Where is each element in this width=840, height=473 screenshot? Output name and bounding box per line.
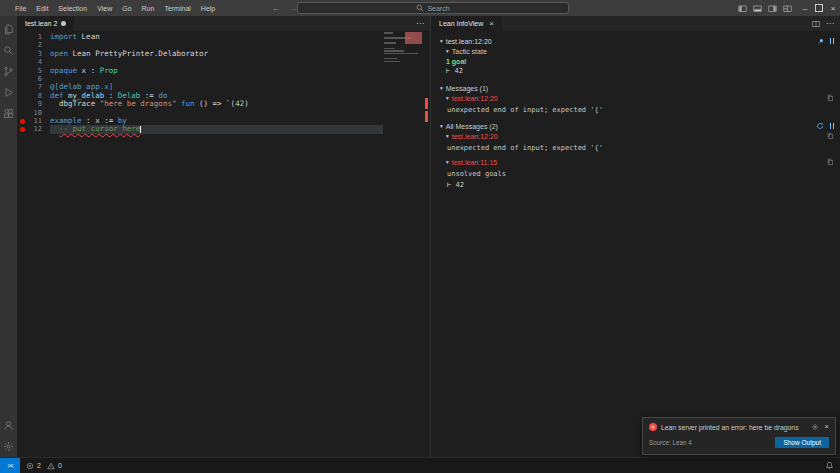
problems-status[interactable]: 2 0 bbox=[20, 462, 71, 470]
menu-help[interactable]: Help bbox=[196, 0, 220, 16]
toggle-panel-icon[interactable] bbox=[753, 4, 762, 13]
message-location-header[interactable]: ▾ test.lean:11:15 bbox=[431, 157, 840, 167]
minimap-line bbox=[384, 32, 393, 34]
code-line-3[interactable]: 3open Lean PrettyPrinter.Delaborator bbox=[17, 50, 430, 58]
code-text[interactable]: open Lean PrettyPrinter.Delaborator bbox=[50, 50, 383, 58]
explorer-icon[interactable] bbox=[0, 19, 17, 40]
notification-source: Source: Lean 4 bbox=[649, 439, 692, 446]
error-icon: × bbox=[649, 423, 657, 431]
chevron-down-icon[interactable]: ▾ bbox=[440, 85, 443, 91]
source-control-icon[interactable] bbox=[0, 61, 17, 82]
all-messages-header[interactable]: ▾ All Messages (2) bbox=[431, 121, 840, 131]
modified-dot-icon[interactable] bbox=[61, 21, 66, 26]
menu-view[interactable]: View bbox=[92, 0, 117, 16]
show-output-button[interactable]: Show Output bbox=[775, 437, 829, 448]
extensions-icon[interactable] bbox=[0, 103, 17, 124]
line-number: 12 bbox=[27, 125, 42, 133]
maximize-button[interactable] bbox=[812, 0, 826, 16]
message-location[interactable]: test.lean:12:20 bbox=[452, 133, 498, 140]
line-number: 8 bbox=[27, 92, 42, 100]
refresh-icon[interactable] bbox=[816, 122, 824, 130]
toggle-sidebar-icon[interactable] bbox=[738, 4, 747, 13]
code-text[interactable]: opaque x : Prop bbox=[50, 67, 383, 75]
split-editor-icon[interactable] bbox=[812, 20, 820, 28]
settings-gear-icon[interactable] bbox=[0, 436, 17, 457]
toggle-secondary-sidebar-icon[interactable] bbox=[768, 4, 777, 13]
gutter-error-icon[interactable] bbox=[17, 127, 27, 132]
code-line-9[interactable]: 9 dbgTrace "here be dragons" fun () => `… bbox=[17, 100, 430, 108]
minimap[interactable] bbox=[384, 32, 422, 102]
notification-toast: × Lean server printed an error: here be … bbox=[642, 417, 836, 455]
more-actions-icon[interactable]: ⋯ bbox=[416, 19, 424, 28]
customize-layout-icon[interactable] bbox=[783, 4, 792, 13]
menu-terminal[interactable]: Terminal bbox=[159, 0, 195, 16]
close-tab-icon[interactable]: × bbox=[489, 20, 494, 28]
code-editor[interactable]: 1import Lean23open Lean PrettyPrinter.De… bbox=[17, 31, 430, 457]
remote-indicator[interactable]: >< bbox=[0, 458, 20, 473]
code-lines: 1import Lean23open Lean PrettyPrinter.De… bbox=[17, 33, 430, 134]
line-number: 11 bbox=[27, 117, 42, 125]
menu-run[interactable]: Run bbox=[137, 0, 160, 16]
menu-bar: File Edit Selection View Go Run Terminal… bbox=[0, 0, 220, 16]
infoview-panel: Lean InfoView × ⋯ ▾ test.lean:12:20 bbox=[430, 16, 840, 457]
back-arrow-icon[interactable]: ← bbox=[272, 4, 280, 13]
chevron-down-icon[interactable]: ▾ bbox=[446, 48, 449, 54]
message-location-header[interactable]: ▾ test.lean:12:20 bbox=[431, 131, 840, 141]
window-controls: – × bbox=[798, 0, 840, 16]
pause-updating-icon[interactable] bbox=[830, 123, 835, 129]
notification-close-icon[interactable]: × bbox=[824, 423, 829, 431]
accounts-icon[interactable] bbox=[0, 415, 17, 436]
code-text[interactable]: import Lean bbox=[50, 33, 383, 41]
notifications-bell-icon[interactable] bbox=[825, 461, 834, 470]
menu-file[interactable]: File bbox=[10, 0, 31, 16]
overview-ruler-error-mark[interactable] bbox=[425, 98, 428, 109]
message-actions bbox=[827, 157, 834, 167]
chevron-down-icon[interactable]: ▾ bbox=[446, 159, 449, 165]
message-location-header[interactable]: ▾ test.lean:12:20 bbox=[431, 93, 840, 103]
goal-count-row: 1 goal bbox=[431, 56, 840, 66]
pin-icon[interactable] bbox=[817, 38, 824, 45]
close-window-button[interactable]: × bbox=[826, 0, 840, 16]
tab-test-lean[interactable]: test.lean 2 bbox=[17, 16, 74, 31]
menu-edit[interactable]: Edit bbox=[31, 0, 53, 16]
minimize-button[interactable]: – bbox=[798, 0, 812, 16]
code-line-1[interactable]: 1import Lean bbox=[17, 33, 430, 41]
run-debug-icon[interactable] bbox=[0, 82, 17, 103]
chevron-down-icon[interactable]: ▾ bbox=[446, 133, 449, 139]
tab-lean-infoview[interactable]: Lean InfoView × bbox=[431, 16, 502, 31]
message-location[interactable]: test.lean:11:15 bbox=[452, 159, 497, 166]
tactic-state-header[interactable]: ▾ Tactic state bbox=[431, 46, 840, 56]
overview-ruler-error-mark[interactable] bbox=[425, 111, 428, 122]
gutter-error-icon[interactable] bbox=[17, 119, 27, 124]
goal-expression: ⊢ 42 bbox=[431, 180, 840, 190]
history-nav: ← → bbox=[272, 4, 297, 13]
menu-go[interactable]: Go bbox=[117, 0, 136, 16]
position-label[interactable]: test.lean:12:20 bbox=[446, 38, 492, 45]
search-sidebar-icon[interactable] bbox=[0, 40, 17, 61]
vscode-window: File Edit Selection View Go Run Terminal… bbox=[0, 0, 840, 473]
menu-selection[interactable]: Selection bbox=[53, 0, 92, 16]
message-actions bbox=[827, 93, 834, 103]
chevron-down-icon[interactable]: ▾ bbox=[440, 38, 443, 44]
copy-icon[interactable] bbox=[827, 132, 834, 140]
code-text[interactable]: -- put cursor here bbox=[50, 125, 383, 133]
error-message: unsolved goals bbox=[431, 170, 840, 178]
infoview-position-header[interactable]: ▾ test.lean:12:20 bbox=[431, 36, 840, 46]
copy-icon[interactable] bbox=[827, 94, 834, 102]
command-center-search[interactable]: Search bbox=[297, 2, 569, 14]
message-location[interactable]: test.lean:12:20 bbox=[452, 95, 498, 102]
notification-settings-gear-icon[interactable] bbox=[811, 423, 819, 431]
code-line-5[interactable]: 5opaque x : Prop bbox=[17, 67, 430, 75]
message-actions bbox=[827, 131, 834, 141]
forward-arrow-icon[interactable]: → bbox=[289, 4, 297, 13]
chevron-down-icon[interactable]: ▾ bbox=[440, 123, 443, 129]
pause-updating-icon[interactable] bbox=[830, 38, 835, 44]
code-line-12[interactable]: 12 -- put cursor here bbox=[17, 125, 430, 133]
all-messages-actions bbox=[816, 121, 835, 131]
chevron-down-icon[interactable]: ▾ bbox=[446, 95, 449, 101]
minimap-line bbox=[384, 58, 397, 60]
code-text[interactable]: dbgTrace "here be dragons" fun () => `(4… bbox=[50, 100, 383, 108]
copy-icon[interactable] bbox=[827, 158, 834, 166]
more-actions-icon[interactable]: ⋯ bbox=[826, 19, 834, 28]
messages-header[interactable]: ▾ Messages (1) bbox=[431, 83, 840, 93]
